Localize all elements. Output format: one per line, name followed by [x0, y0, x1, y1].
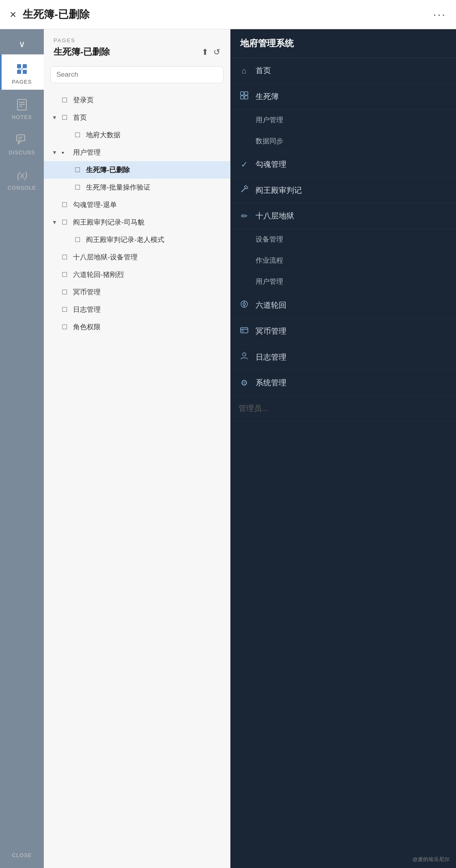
- nav-sub-item-datasync[interactable]: 数据同步: [230, 131, 456, 152]
- close-icon[interactable]: ×: [10, 8, 16, 21]
- sidebar-discuss-label: DISCUSS: [9, 149, 35, 155]
- tree-item-user-mgmt[interactable]: ▼ ▪ 用户管理: [44, 144, 230, 161]
- doc-icon: ☐: [62, 218, 70, 226]
- top-bar: × 生死簿-已删除 ···: [0, 0, 456, 29]
- chevron-button[interactable]: ∨: [0, 34, 44, 54]
- check-icon: ✓: [239, 160, 250, 169]
- tree-arrow: ▼: [52, 114, 58, 121]
- gear-icon: ⚙: [239, 378, 250, 388]
- sidebar-pages-label: PAGES: [12, 79, 32, 85]
- page-title: 生死簿-已删除: [23, 7, 90, 22]
- nav-text: 日志管理: [256, 352, 286, 363]
- export-icon[interactable]: ⬆: [202, 47, 209, 57]
- nav-sub-item-workflow[interactable]: 作业流程: [230, 250, 456, 271]
- notes-icon: [15, 97, 29, 112]
- nav-text: 管理员...: [239, 403, 268, 414]
- nav-sub-text: 设备管理: [256, 235, 283, 244]
- chevron-down-icon: ∨: [19, 39, 25, 50]
- tree-item-mingbi[interactable]: ☐ 冥币管理: [44, 283, 230, 301]
- nav-item-gouhun[interactable]: ✓ 勾魂管理: [230, 152, 456, 177]
- tree-text: 阎王殿审判记录-司马貌: [73, 218, 144, 227]
- doc-icon: ☐: [62, 306, 70, 313]
- nav-item-log[interactable]: 日志管理: [230, 344, 456, 370]
- nav-item-mingbi[interactable]: 冥币管理: [230, 318, 456, 344]
- tree-item-login[interactable]: ☐ 登录页: [44, 91, 230, 109]
- right-nav-title: 地府管理系统: [230, 29, 456, 58]
- doc-icon: ☐: [62, 323, 70, 331]
- tree-text: 六道轮回-猪刚烈: [73, 270, 124, 279]
- nav-text: 系统管理: [256, 378, 286, 388]
- tree-text: 生死簿-已删除: [86, 165, 130, 175]
- close-sidebar-button[interactable]: CLOSE: [0, 846, 44, 868]
- nav-sub-text: 作业流程: [256, 256, 283, 265]
- tree-arrow: ▼: [52, 149, 58, 155]
- nav-sub-item-equip[interactable]: 设备管理: [230, 229, 456, 250]
- tree-item-yama-sima[interactable]: ▼ ☐ 阎王殿审判记录-司马貌: [44, 214, 230, 231]
- nav-item-system[interactable]: ⚙ 系统管理: [230, 370, 456, 396]
- tree-text: 勾魂管理-退单: [73, 200, 117, 209]
- tree-text: 用户管理: [73, 148, 101, 157]
- tree-item-home[interactable]: ▼ ☐ 首页: [44, 109, 230, 126]
- tree-item-liudao[interactable]: ☐ 六道轮回-猪刚烈: [44, 266, 230, 283]
- search-bar: [50, 66, 224, 83]
- icon-sidebar: ∨ PAGES: [0, 29, 44, 868]
- svg-rect-10: [17, 135, 25, 141]
- nav-item-eighteen[interactable]: ✏ 十八层地狱: [230, 203, 456, 229]
- tree-text: 地府大数据: [86, 130, 120, 140]
- tree-text: 十八层地狱-设备管理: [73, 253, 138, 262]
- nav-text: 勾魂管理: [256, 159, 286, 170]
- pages-title-row: 生死簿-已删除 ⬆ ↺: [54, 46, 220, 58]
- watermark: @麦的埃乐尼尔: [413, 856, 450, 863]
- nav-sub-item-user-mgmt[interactable]: 用户管理: [230, 110, 456, 131]
- right-nav: 地府管理系统 ⌂ 首页 生死簿 用户管理 数据同步: [230, 29, 456, 868]
- refresh-icon[interactable]: ↺: [213, 47, 220, 57]
- svg-line-18: [241, 188, 245, 192]
- sidebar-item-discuss[interactable]: DISCUSS: [0, 125, 44, 160]
- svg-rect-3: [23, 70, 27, 74]
- nav-item-yama[interactable]: 阎王殿审判记: [230, 177, 456, 203]
- svg-rect-16: [241, 96, 244, 99]
- folder-icon: ▪: [62, 149, 70, 156]
- nav-item-shengsibu[interactable]: 生死簿: [230, 84, 456, 110]
- doc-icon: ☐: [62, 253, 70, 261]
- main-layout: ∨ PAGES: [0, 29, 456, 868]
- close-sidebar-label: CLOSE: [12, 852, 32, 858]
- tree-item-shengsibu-batch[interactable]: ☐ 生死簿-批量操作验证: [44, 179, 230, 196]
- doc-icon: ☐: [62, 201, 70, 209]
- nav-item-mgmt-more[interactable]: 管理员...: [230, 396, 456, 421]
- tree-item-shengsibu-deleted[interactable]: ☐ 生死簿-已删除: [44, 161, 230, 179]
- svg-rect-14: [241, 92, 244, 95]
- tree-text: 阎王殿审判记录-老人模式: [86, 235, 164, 244]
- pages-section-label: PAGES: [54, 37, 220, 43]
- person-icon: [239, 352, 250, 363]
- sidebar-item-console[interactable]: (x) CONSOLE: [0, 160, 44, 196]
- nav-item-liudao[interactable]: 六道轮回: [230, 292, 456, 318]
- search-input[interactable]: [56, 71, 217, 79]
- tree-list: ☐ 登录页 ▼ ☐ 首页 ☐ 地府大数据 ▼ ▪ 用户管理: [44, 88, 230, 339]
- tree-item-log[interactable]: ☐ 日志管理: [44, 301, 230, 318]
- tree-item-gouhun[interactable]: ☐ 勾魂管理-退单: [44, 196, 230, 214]
- doc-icon: ☐: [75, 184, 83, 191]
- pages-title-icons: ⬆ ↺: [202, 47, 220, 57]
- hammer-icon: [239, 185, 250, 196]
- more-options-button[interactable]: ···: [433, 8, 446, 21]
- sidebar-item-notes[interactable]: NOTES: [0, 90, 44, 125]
- nav-item-home[interactable]: ⌂ 首页: [230, 58, 456, 84]
- money-icon: [239, 326, 250, 337]
- tree-item-yama-old[interactable]: ☐ 阎王殿审判记录-老人模式: [44, 231, 230, 248]
- nav-sub-text: 数据同步: [256, 136, 283, 146]
- tree-item-bigdata[interactable]: ☐ 地府大数据: [44, 126, 230, 144]
- tree-text: 生死簿-批量操作验证: [86, 183, 151, 192]
- sidebar-console-label: CONSOLE: [8, 185, 37, 191]
- svg-point-27: [243, 353, 246, 356]
- nav-sub-text: 用户管理: [256, 115, 283, 125]
- sidebar-item-pages[interactable]: PAGES: [0, 54, 44, 90]
- doc-icon: ☐: [75, 131, 83, 139]
- tree-text: 角色权限: [73, 322, 101, 332]
- tree-item-role[interactable]: ☐ 角色权限: [44, 318, 230, 336]
- discuss-icon: [15, 132, 29, 147]
- nav-sub-item-usermgmt2[interactable]: 用户管理: [230, 271, 456, 292]
- nav-text: 六道轮回: [256, 300, 286, 311]
- tree-item-eighteen[interactable]: ☐ 十八层地狱-设备管理: [44, 248, 230, 266]
- doc-icon: ☐: [75, 236, 83, 244]
